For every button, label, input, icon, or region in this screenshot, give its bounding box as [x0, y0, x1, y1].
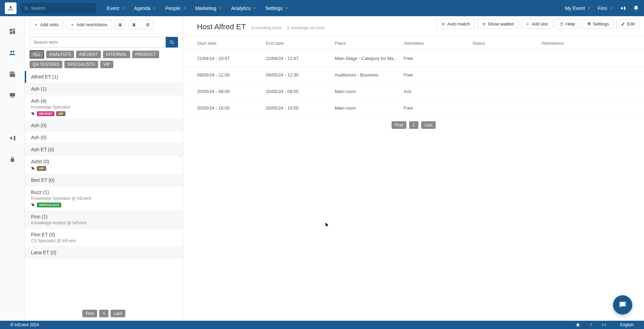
filter-chips: ALLANALYSTSINEVENTINTERNALPRODUCTQA TEST…	[25, 50, 183, 71]
people-list[interactable]: Alfred ET (1)Ash (1)Ash (4)Knowledge Spe…	[25, 71, 183, 306]
nav-settings[interactable]: Settings	[265, 6, 289, 11]
edit-label: Edit	[627, 21, 635, 27]
user-menu[interactable]: Finn	[598, 6, 613, 11]
footer-bar: ® InEvent 2024 English	[0, 321, 644, 329]
pager-page-button[interactable]: 1	[409, 121, 418, 129]
cell-attendance	[541, 72, 630, 78]
nav-label: Analytics	[231, 6, 250, 11]
nav-analytics[interactable]: Analytics	[231, 6, 256, 11]
person-item[interactable]: Bert ET (0)	[25, 174, 183, 186]
settings-button[interactable]: Settings	[582, 19, 614, 29]
nav-agenda[interactable]: Agenda	[134, 6, 156, 11]
person-subtitle: Knowledge Analyst @ InEvent	[31, 220, 178, 225]
person-name: Ash (4)	[31, 98, 178, 104]
person-item[interactable]: Ash ET (0)	[25, 144, 183, 156]
filter-chip[interactable]: VIP	[100, 61, 113, 68]
brand-logo[interactable]	[5, 2, 17, 14]
pager-first-button[interactable]: First	[392, 121, 406, 129]
person-item[interactable]: Ash (4)Knowledge SpecialistINEVENTVIP	[25, 95, 183, 120]
left-search-input[interactable]	[30, 37, 166, 48]
person-name: Alfred ET (1)	[31, 74, 178, 80]
right-pagination: First 1 Last	[183, 116, 644, 134]
col-attendees: Attendees	[404, 41, 472, 46]
rail-monitor[interactable]	[6, 91, 19, 100]
person-item[interactable]: Finn ET (3)CS Specialist @ InEvent	[25, 229, 183, 247]
question-icon[interactable]	[589, 322, 593, 327]
global-search-input[interactable]	[21, 3, 96, 13]
calendar-x-button[interactable]	[142, 20, 153, 30]
bell-icon[interactable]	[633, 5, 639, 11]
help-button[interactable]: Help	[555, 19, 580, 29]
add-slots-label: Add slots	[40, 22, 59, 27]
nav-label: Agenda	[134, 6, 150, 11]
cell-attendees: Free	[404, 72, 472, 78]
search-icon	[169, 40, 174, 45]
filter-chip[interactable]: INTERNAL	[103, 51, 130, 58]
filter-chip[interactable]: INEVENT	[76, 51, 101, 58]
show-waitlist-button[interactable]: Show waitlist	[477, 19, 518, 29]
person-item[interactable]: Ash (1)	[25, 83, 183, 95]
filter-chip[interactable]: ANALYSTS	[46, 51, 74, 58]
add-restrictions-button[interactable]: Add restrictions	[66, 20, 112, 30]
rail-dashboard[interactable]	[6, 27, 19, 36]
cell-attendees: Free	[404, 56, 472, 61]
search-icon	[24, 6, 29, 11]
filter-chip[interactable]: SPECIALISTS	[64, 61, 98, 68]
meetings-as-host-count: 1 meetings as host	[287, 25, 324, 30]
rail-people[interactable]	[6, 48, 19, 58]
edit-icon	[621, 22, 625, 26]
person-item[interactable]: AshII (0)VIP	[25, 156, 183, 174]
person-item[interactable]: Ash (0)	[25, 132, 183, 144]
pager-first-button[interactable]: First	[82, 310, 97, 317]
global-search-wrap	[21, 3, 96, 13]
add-slot-button[interactable]: Add slot	[521, 19, 552, 29]
filter-chip[interactable]: PRODUCT	[132, 51, 159, 58]
col-attendance: Attendance	[541, 41, 630, 46]
add-slots-button[interactable]: Add slots	[30, 20, 63, 30]
auto-match-button[interactable]: Auto match	[437, 19, 475, 29]
cursor-pointer	[325, 222, 330, 229]
rail-calendar[interactable]	[6, 69, 19, 79]
add-slot-label: Add slot	[532, 21, 548, 27]
person-item[interactable]: Finn (1)Knowledge Analyst @ InEvent	[25, 211, 183, 229]
calendar-button[interactable]	[128, 20, 139, 30]
code-icon[interactable]	[602, 322, 606, 327]
table-row[interactable]: 22/04/24 - 10:4722/04/24 - 11:47Main Sta…	[183, 50, 644, 67]
tag-pill: VIP	[56, 111, 65, 116]
show-waitlist-label: Show waitlist	[488, 21, 514, 27]
cell-attendance	[541, 89, 630, 94]
add-restrictions-label: Add restrictions	[76, 22, 107, 27]
rail-security[interactable]	[6, 155, 19, 164]
table-row[interactable]: 20/05/24 - 10:0020/05/24 - 10:55Main roo…	[183, 100, 644, 116]
edit-button[interactable]: Edit	[616, 19, 639, 29]
chat-launcher[interactable]	[613, 295, 632, 315]
language-selector[interactable]: English	[620, 322, 634, 327]
rail-marketing[interactable]	[6, 133, 19, 143]
pager-last-button[interactable]: Last	[421, 121, 436, 129]
scroll-down-icon[interactable]	[179, 154, 182, 159]
person-item[interactable]: Ash (0)	[25, 120, 183, 132]
person-item[interactable]: Buzz (1)Knowledge Specialist @ InEventSP…	[25, 186, 183, 211]
tag-pill: VIP	[37, 166, 46, 171]
home-icon[interactable]	[575, 322, 580, 327]
filter-chip[interactable]: QA TESTERS	[30, 61, 62, 68]
filter-chip[interactable]: ALL	[30, 50, 44, 59]
person-item[interactable]: Lana ET (0)	[25, 247, 183, 259]
left-search-button[interactable]	[166, 37, 178, 48]
person-subtitle: Knowledge Specialist	[31, 105, 178, 110]
nav-marketing[interactable]: Marketing	[195, 6, 222, 11]
event-selector[interactable]: My Event	[565, 6, 591, 11]
gear-icon	[587, 22, 591, 26]
nav-event[interactable]: Event	[107, 6, 125, 11]
person-item[interactable]: Alfred ET (1)	[25, 71, 183, 83]
user-name: Finn	[598, 6, 607, 11]
cell-start: 20/05/24 - 10:00	[197, 105, 266, 111]
calendar-check-button[interactable]	[115, 20, 126, 30]
pager-page-button[interactable]: 1	[99, 310, 108, 317]
plus-icon	[34, 23, 38, 27]
table-row[interactable]: 20/05/24 - 09:0020/05/24 - 09:55Main roo…	[183, 83, 644, 100]
table-row[interactable]: 09/05/24 - 12:0009/05/24 - 12:30Auditori…	[183, 67, 644, 83]
pager-last-button[interactable]: Last	[111, 310, 125, 317]
nav-people[interactable]: People	[165, 6, 186, 11]
megaphone-icon[interactable]	[620, 5, 626, 11]
